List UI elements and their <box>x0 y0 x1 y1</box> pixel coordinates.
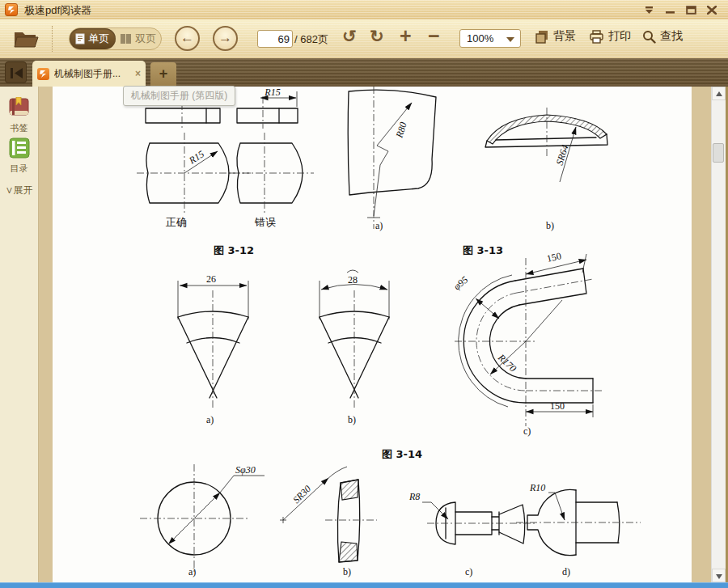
dim-r10: R10 <box>529 482 545 493</box>
label-3-15-b: b) <box>343 566 351 577</box>
dim-r15-front: R15 <box>186 148 206 167</box>
zoom-level-value: 100% <box>467 32 493 44</box>
figure-3-12-drawing: R15 R15 正确 错误 图 3-12 <box>137 87 314 256</box>
double-page-label: 双页 <box>135 32 156 46</box>
minimize-icon[interactable] <box>662 2 678 16</box>
find-button[interactable]: 查找 <box>642 29 683 44</box>
page-total-label: / 682页 <box>294 32 328 47</box>
collapse-left-icon <box>10 66 23 80</box>
dim-150-bottom: 150 <box>550 400 565 412</box>
label-3-15-d: d) <box>562 566 570 577</box>
new-tab-button[interactable]: + <box>150 62 176 87</box>
scroll-up-button[interactable] <box>712 87 726 100</box>
toolbar: 单页 双页 ← → / 682页 ↺ ↻ + − 100% 背景 <box>0 19 728 59</box>
printer-icon <box>589 30 604 44</box>
page-number-input[interactable] <box>257 30 293 48</box>
dim-sr30: SR30 <box>290 483 313 506</box>
vertical-scrollbar[interactable] <box>711 87 726 582</box>
zoom-out-icon[interactable]: − <box>428 24 440 48</box>
page-mode-toggle: 单页 双页 <box>69 27 162 50</box>
find-label: 查找 <box>660 29 683 44</box>
double-page-button[interactable]: 双页 <box>116 28 162 49</box>
previous-page-button[interactable]: ← <box>175 26 200 51</box>
sidebar: 书签 目录 ∨展开 <box>0 87 39 582</box>
close-icon[interactable] <box>704 2 720 16</box>
maximize-icon[interactable] <box>683 2 699 16</box>
toc-list-icon <box>9 137 30 159</box>
search-icon <box>642 30 656 44</box>
pdf-doc-icon <box>37 68 49 80</box>
figure-3-15-drawing: Sφ30 a) SR30 b) <box>140 464 641 577</box>
dim-sphi30: Sφ30 <box>235 464 256 476</box>
collapse-sidebar-button[interactable] <box>5 61 27 83</box>
next-page-button[interactable]: → <box>213 26 238 51</box>
scroll-down-button[interactable] <box>712 569 726 582</box>
titlebar: 极速pdf阅读器 <box>0 0 728 20</box>
bookmarks-label: 书签 <box>0 122 38 134</box>
dim-28: 28 <box>348 274 358 286</box>
contents-label: 目录 <box>0 163 38 175</box>
open-folder-icon[interactable] <box>13 27 40 53</box>
sidebar-item-bookmarks[interactable]: 书签 <box>0 97 38 134</box>
single-page-icon <box>75 33 85 44</box>
expand-label: ∨展开 <box>6 184 33 196</box>
sidebar-expand-button[interactable]: ∨展开 <box>0 184 38 197</box>
dim-r15-top: R15 <box>264 87 280 98</box>
sidebar-item-contents[interactable]: 目录 <box>0 137 38 175</box>
dim-r170: R170 <box>495 351 518 374</box>
label-3-14-a: a) <box>206 414 214 425</box>
single-page-button[interactable]: 单页 <box>70 28 116 49</box>
skin-menu-icon[interactable] <box>641 2 657 16</box>
scrollbar-thumb[interactable] <box>713 143 724 163</box>
single-page-label: 单页 <box>88 32 109 46</box>
page-drawing: R15 R15 正确 错误 图 3-12 <box>53 87 692 582</box>
tab-active-document[interactable]: 机械制图手册... × <box>32 61 146 87</box>
pdf-page[interactable]: R15 R15 正确 错误 图 3-12 <box>53 87 692 582</box>
figure-3-13-drawing: R80 a) SR64 b) 图 3-13 <box>348 87 607 256</box>
dim-sr64: SR64 <box>554 143 571 166</box>
toolbar-separator <box>52 26 53 52</box>
dim-150-top: 150 <box>546 250 563 264</box>
window-bottom-edge <box>0 582 728 588</box>
label-3-14-b: b) <box>348 414 356 425</box>
tab-tooltip: 机械制图手册 (第四版) <box>123 86 235 106</box>
figure-3-14-drawing: 26 a) 28 <box>178 250 604 460</box>
tabbar: 机械制图手册... × + <box>0 58 728 87</box>
caption-3-13: 图 3-13 <box>463 244 503 256</box>
background-button[interactable]: 背景 <box>535 29 576 44</box>
dim-26: 26 <box>206 273 216 285</box>
print-label: 打印 <box>608 29 631 44</box>
background-label: 背景 <box>553 29 576 44</box>
dim-r80: R80 <box>393 121 408 140</box>
double-page-icon <box>120 33 132 44</box>
caption-3-14: 图 3-14 <box>382 448 422 460</box>
layers-icon <box>535 30 549 44</box>
app-window: 极速pdf阅读器 单页 双页 <box>0 0 728 588</box>
print-button[interactable]: 打印 <box>589 29 631 44</box>
triangle-down-icon <box>716 574 722 579</box>
rotate-right-icon[interactable]: ↻ <box>370 27 384 46</box>
caption-3-12: 图 3-12 <box>214 244 254 256</box>
tab-title: 机械制图手册... <box>54 67 130 81</box>
dim-phi95: φ95 <box>451 274 470 293</box>
label-3-14-c: c) <box>523 425 531 437</box>
app-title: 极速pdf阅读器 <box>24 3 91 18</box>
tab-close-icon[interactable]: × <box>135 68 141 79</box>
bookmark-book-icon <box>8 97 31 118</box>
label-3-15-a: a) <box>188 566 196 577</box>
dim-r8: R8 <box>408 491 420 502</box>
label-3-15-c: c) <box>465 566 472 577</box>
label-3-13-a: a) <box>375 220 383 231</box>
label-3-13-b: b) <box>546 220 554 231</box>
rotate-left-icon[interactable]: ↺ <box>342 27 357 46</box>
app-logo-icon <box>5 3 18 16</box>
zoom-in-icon[interactable]: + <box>400 24 412 48</box>
label-wrong: 错误 <box>254 216 276 228</box>
zoom-level-select[interactable]: 100% <box>459 29 521 48</box>
chevron-down-icon <box>506 37 514 42</box>
content-area: 书签 目录 ∨展开 <box>0 87 728 582</box>
triangle-up-icon <box>716 91 722 96</box>
label-correct: 正确 <box>166 216 187 228</box>
